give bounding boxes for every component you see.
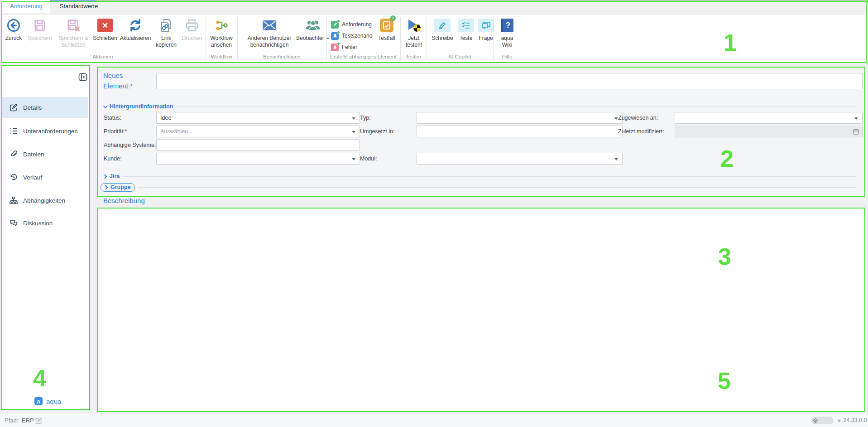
write-icon (434, 17, 451, 34)
status-select[interactable]: Idee (156, 112, 360, 124)
typ-label: Typ: (360, 112, 371, 124)
description-heading: Beschreibung (103, 197, 145, 204)
version-text: v. 24.33.0.0 (838, 413, 867, 427)
aqua-app-window: Anforderung Standardwerte Zurück Speiche… (0, 0, 868, 427)
zugewiesen-an-label: Zugewiesen an: (618, 112, 658, 124)
test-list-icon (458, 17, 474, 34)
discussion-icon (10, 219, 18, 227)
calendar-icon (853, 129, 859, 135)
sidebar-item-details[interactable]: Details (2, 97, 88, 118)
sidebar-item-abhaengigkeiten[interactable]: Abhängigkeiten (2, 190, 88, 211)
aqua-logo: a aqua (34, 397, 61, 405)
settings-pill[interactable] (811, 417, 834, 424)
edit-icon (10, 103, 18, 112)
abhaengige-systeme-label: Abhängige Systeme: (104, 139, 156, 151)
notify-mail-icon (261, 17, 278, 34)
ribbon-tab-strip (1, 2, 867, 15)
status-bar: Pfad: ERP v. 24.33.0.0 (0, 413, 868, 427)
print-button[interactable]: Drucken (180, 17, 204, 53)
test-scenario-icon (331, 32, 339, 40)
history-icon (10, 173, 18, 181)
group-label-benachrichtigen: Benachrichtigen (237, 54, 326, 61)
workflow-icon (214, 17, 229, 34)
kunde-select[interactable] (156, 153, 360, 165)
zuletzt-modifiziert-field (675, 126, 863, 137)
modul-label: Modul: (360, 153, 377, 165)
umgesetzt-in-label: Umgesetzt in: (360, 126, 394, 137)
create-requirement-button[interactable]: Anforderung (331, 20, 372, 29)
chevron-right-icon (104, 185, 108, 189)
watchers-icon (305, 17, 321, 34)
wiki-icon: ? (501, 17, 513, 34)
zugewiesen-an-select[interactable] (675, 112, 863, 124)
new-element-input[interactable] (156, 73, 863, 89)
notify-user-button[interactable]: Anderen Benutzer benachrichtigen (241, 17, 298, 53)
modul-select[interactable] (417, 153, 623, 165)
group-label-workflow: Workflow (206, 54, 237, 61)
close-icon: ✕ (97, 17, 113, 34)
prioritaet-label: Priorität:* (104, 126, 127, 137)
copy-link-icon (159, 17, 173, 34)
save-close-icon (67, 17, 80, 34)
description-editor[interactable] (97, 208, 865, 412)
copy-link-button[interactable]: Link kopieren (153, 17, 179, 53)
sidebar-item-diskussion[interactable]: Diskussion (2, 213, 88, 233)
print-icon (185, 17, 199, 34)
section-hintergrundinformation[interactable]: Hintergrundinformation (103, 103, 856, 110)
tab-anforderung[interactable]: Anforderung (2, 0, 50, 13)
gruppe-focus-ring: Gruppe (101, 183, 135, 192)
close-button[interactable]: ✕ Schließen (92, 17, 118, 53)
gear-icon (812, 417, 819, 424)
attachment-icon (10, 150, 18, 158)
back-icon (6, 17, 21, 34)
new-element-label: Neues Element:* (103, 70, 154, 92)
ki-test-button[interactable]: Teste (456, 17, 475, 53)
prioritaet-select[interactable]: Auswählen... (156, 126, 360, 137)
workflow-view-button[interactable]: Workflow ansehen (208, 17, 235, 53)
path-label: Pfad: (5, 413, 18, 427)
save-close-button[interactable]: Speichern & Schließen (55, 17, 91, 53)
ki-write-button[interactable]: Schreibe (429, 17, 456, 53)
group-label-hilfe: Hilfe (493, 54, 521, 61)
sublist-icon (10, 127, 18, 135)
collapse-sidebar-icon[interactable] (78, 73, 87, 82)
back-button[interactable]: Zurück (3, 17, 24, 53)
section-jira[interactable]: Jira (103, 173, 856, 180)
sidebar-item-unteranforderungen[interactable]: Unteranforderungen (2, 121, 88, 141)
zuletzt-modifiziert-label: Zuletzt modifiziert: (618, 126, 664, 137)
ki-question-button[interactable]: Frage (476, 17, 495, 53)
umgesetzt-in-input[interactable] (417, 126, 623, 137)
save-icon (33, 17, 47, 34)
tab-standardwerte[interactable]: Standardwerte (50, 0, 107, 13)
sidebar-item-verlauf[interactable]: Verlauf (2, 167, 88, 188)
group-label-abhaengiges-element: Erstelle abhängiges Element (326, 54, 400, 61)
group-label-testen: Testen (400, 54, 427, 61)
aqua-logo-icon: a (34, 397, 43, 405)
watchers-button[interactable]: Beobachter (299, 17, 327, 53)
abhaengige-systeme-input[interactable] (156, 139, 360, 151)
status-label: Status: (104, 112, 121, 124)
create-test-case-button[interactable]: + Testfall (375, 17, 398, 53)
chevron-right-icon (103, 174, 107, 179)
requirement-icon (331, 21, 339, 29)
aqua-wiki-button[interactable]: ? aqua Wiki (495, 17, 519, 53)
sidebar-item-dateien[interactable]: Dateien (2, 144, 88, 165)
run-test-button[interactable]: Jetzt testen! (402, 17, 426, 53)
save-button[interactable]: Speichern (26, 17, 53, 53)
refresh-icon (128, 17, 143, 34)
path-edit-icon[interactable] (35, 417, 43, 424)
typ-select[interactable] (417, 112, 623, 124)
create-defect-button[interactable]: Fehler (331, 43, 357, 52)
refresh-button[interactable]: Aktualisieren (119, 17, 152, 53)
sidebar: Details Unteranforderungen Dateien Verla… (1, 65, 90, 410)
group-label-ki-copilot: KI Copilot (427, 54, 493, 61)
chevron-down-icon (103, 104, 108, 108)
create-test-scenario-button[interactable]: Testszenario (331, 31, 372, 40)
group-label-aktionen: Aktionen (1, 54, 205, 61)
dependencies-icon (10, 196, 18, 204)
section-gruppe[interactable]: Gruppe (101, 183, 856, 192)
defect-icon (331, 44, 339, 51)
run-test-icon (406, 17, 422, 34)
test-case-icon: + (380, 17, 393, 34)
kunde-label: Kunde: (104, 153, 122, 165)
